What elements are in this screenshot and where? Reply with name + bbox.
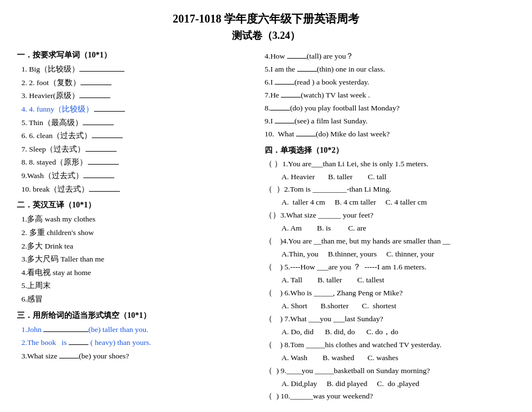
- list-item: 10. What (do) Mike do last week?: [265, 128, 515, 141]
- list-item: （）3.What size ______ your feet?: [265, 209, 515, 222]
- list-item: 6. 6. clean（过去式）: [21, 129, 253, 143]
- list-item: （ ) 7.What ___you ___last Sunday?: [265, 313, 515, 326]
- list-item: 1.John (be) taller than you.: [21, 323, 253, 336]
- list-item: （ ) 6.Who is _____, Zhang Peng or Mike?: [265, 287, 515, 300]
- list-item: A. Am B. is C. are: [281, 222, 515, 235]
- list-item: 7. Sleep（过去式）: [21, 143, 253, 156]
- list-item: 9.I (see) a film last Sunday.: [265, 115, 515, 128]
- page-subtitle: 测试卷（3.24）: [17, 29, 515, 42]
- list-item: 5. Thin（最高级）: [21, 116, 253, 130]
- list-item: 6.感冒: [21, 293, 253, 306]
- list-item: 10. break（过去式）: [21, 183, 253, 196]
- list-item: 2. 多重 children's show: [21, 226, 253, 240]
- list-item: （ ）1.You are___than Li Lei, she is only …: [265, 158, 515, 171]
- list-item: 8.(do) you play football last Monday?: [265, 102, 515, 115]
- list-item: 4. 4. funny（比较级）: [21, 103, 253, 116]
- section3-title: 三．用所给词的适当形式填空（10*1）: [17, 311, 253, 321]
- list-item: 9.Wash（过去式）: [21, 169, 253, 183]
- list-item: A. Tall B. taller C. tallest: [281, 274, 515, 287]
- list-item: A. Short B.shorter C. shortest: [281, 300, 515, 313]
- list-item: 3.What size (be) your shoes?: [21, 349, 253, 363]
- section1-title: 一．按要求写单词（10*1）: [17, 50, 253, 60]
- section2-title: 二．英汉互译（10*1）: [17, 200, 253, 210]
- list-item: 1.多高 wash my clothes: [21, 212, 253, 226]
- list-item: 3. Heavier(原级）: [21, 89, 253, 103]
- list-item: （ )4.You are __than me, but my hands are…: [265, 235, 515, 248]
- page-title: 2017-1018 学年度六年级下册英语周考: [17, 11, 515, 26]
- list-item: A.Thin, you B.thinner, yours C. thinner,…: [281, 248, 515, 261]
- list-item: A. Heavier B. taller C. tall: [281, 171, 515, 184]
- list-item: 6.I (read ) a book yesterday.: [265, 76, 515, 89]
- list-item: 7.He (watch) TV last week .: [265, 89, 515, 102]
- list-item: A. taller 4 cm B. 4 cm taller C. 4 talle…: [281, 196, 515, 209]
- list-item: 3.多大尺码 Taller than me: [21, 252, 253, 266]
- list-item: A. Did,play B. did played C. do ,played: [281, 378, 515, 391]
- list-item: （ ) 8.Tom _____his clothes and watched T…: [265, 339, 515, 352]
- list-item: 2.The book is ( heavy) than yours.: [21, 336, 253, 349]
- list-item: 5.I am the (thin) one in our class.: [265, 63, 515, 76]
- list-item: 1. Big（比较级）: [21, 63, 253, 76]
- list-item: 2. 2. foot（复数）: [21, 76, 253, 90]
- list-item: 4.看电视 stay at home: [21, 266, 253, 280]
- list-item: 4.How (tall) are you？: [265, 50, 515, 63]
- list-item: （ ) 10.______was your weekend?: [265, 390, 515, 403]
- list-item: 2.多大 Drink tea: [21, 240, 253, 253]
- list-item: （ ）2.Tom is _________-than Li Ming.: [265, 183, 515, 196]
- list-item: （ ) 5.----How ___are you ？ -----I am 1.6…: [265, 261, 515, 274]
- list-item: （ ) 9.____you _____basketball on Sunday …: [265, 365, 515, 378]
- list-item: A. Wash B. washed C. washes: [281, 352, 515, 365]
- section4-title: 四．单项选择（10*2）: [265, 145, 515, 156]
- list-item: 8. 8. stayed（原形）: [21, 156, 253, 169]
- list-item: A. Do, did B. did, do C. do，do: [281, 326, 515, 339]
- list-item: 5.上周末: [21, 279, 253, 293]
